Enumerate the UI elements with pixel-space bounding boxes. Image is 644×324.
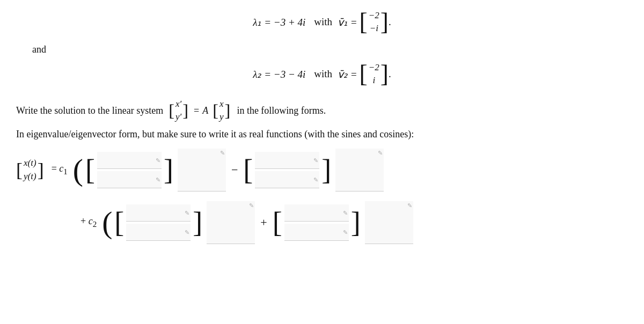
- input-wrap-1-2: ✎: [97, 171, 162, 188]
- scalar-box-wrap-1: ✎: [178, 149, 226, 192]
- scalar-input-2[interactable]: [335, 149, 384, 192]
- eq1-matrix: [ −2 −i ]: [360, 10, 389, 34]
- scalar-box-wrap-2: ✎: [335, 149, 384, 192]
- lhs-bottom: y′: [175, 111, 181, 123]
- lambda1-expr: λ₁ = −3 + 4i: [253, 16, 305, 28]
- lhs-bracket-left: [: [169, 102, 174, 119]
- lhs-xt-col: x(t) y(t): [24, 157, 36, 182]
- lhs-matrix-col: x′ y′: [175, 98, 181, 123]
- eigen-text: In eigenvalue/eigenvector form, but make…: [16, 129, 414, 139]
- eq1-top: −2: [369, 10, 379, 21]
- write-solution-row: Write the solution to the linear system …: [16, 98, 628, 123]
- eigen-text-row: In eigenvalue/eigenvector form, but make…: [16, 129, 628, 140]
- c2-label: + c2: [80, 216, 97, 229]
- rhs-bracket-right: ]: [225, 102, 231, 119]
- input-4-2[interactable]: [284, 224, 349, 241]
- minus-sign-1: −: [231, 163, 238, 177]
- plus-sign-2: +: [260, 216, 267, 230]
- lhs-xt-bracket-right: ]: [38, 160, 44, 180]
- inp-bracket-right-2: ]: [321, 156, 331, 185]
- eq2-bottom: i: [372, 75, 375, 86]
- scalar-input-wrap-4: ✎: [365, 201, 413, 244]
- input-matrix-1: [ ✎ ✎ ]: [85, 152, 173, 188]
- input-wrap-1-1: ✎: [97, 152, 162, 169]
- inp-bracket-right-3: ]: [193, 208, 202, 237]
- input-matrix-4: [ ✎ ✎ ]: [273, 204, 361, 241]
- equation-2: λ₂ = −3 − 4i with v̄₂ = [ −2 i ] .: [16, 62, 628, 86]
- and-label: and: [32, 44, 628, 55]
- lhs-top: x′: [175, 98, 181, 110]
- inp-bracket-left-3: [: [114, 208, 124, 237]
- with-1: with: [314, 16, 332, 28]
- input-wrap-4-1: ✎: [284, 204, 349, 222]
- eq2-matrix: [ −2 i ]: [360, 62, 389, 86]
- page: λ₁ = −3 + 4i with v̄₁ = [ −2 −i ] . and …: [0, 0, 644, 324]
- lhs-bracket-right: ]: [182, 102, 188, 119]
- input-wrap-4-2: ✎: [284, 224, 349, 241]
- inp-bracket-right-4: ]: [351, 208, 361, 237]
- eq2-bracket-right: ]: [380, 62, 389, 86]
- v1-label: v̄₁ =: [338, 16, 357, 28]
- with-2: with: [314, 68, 332, 80]
- write-text: Write the solution to the linear system: [16, 105, 163, 116]
- input-col-3: ✎ ✎: [126, 204, 191, 241]
- equation-1: λ₁ = −3 + 4i with v̄₁ = [ −2 −i ] .: [16, 10, 628, 34]
- inp-bracket-left-1: [: [85, 156, 95, 185]
- input-col-4: ✎ ✎: [284, 204, 349, 241]
- in-following: in the following forms.: [237, 105, 326, 116]
- input-wrap-2-1: ✎: [255, 152, 319, 169]
- inp-bracket-left-4: [: [273, 208, 282, 237]
- eq1-bottom: −i: [370, 23, 378, 34]
- rhs-bracket-left: [: [213, 102, 218, 119]
- input-col-1: ✎ ✎: [97, 152, 162, 188]
- inp-bracket-right-1: ]: [164, 156, 173, 185]
- input-2-2[interactable]: [255, 171, 319, 188]
- lhs-xt-top: x(t): [24, 157, 36, 169]
- eq2-bracket-left: [: [360, 62, 368, 86]
- rhs-bottom: y: [219, 111, 224, 123]
- lambda2-expr: λ₂ = −3 − 4i: [253, 68, 305, 80]
- scalar-input-wrap-3: ✎: [207, 201, 255, 244]
- eq2-matrix-col: −2 i: [369, 62, 379, 86]
- answer-row-1: [ x(t) y(t) ] = c1 ( [ ✎: [16, 149, 628, 192]
- input-wrap-3-1: ✎: [126, 204, 191, 222]
- input-col-2: ✎ ✎: [255, 152, 319, 188]
- scalar-input-1[interactable]: [178, 149, 226, 192]
- rhs-matrix-col: x y: [219, 98, 224, 123]
- lhs-matrix: [ x′ y′ ]: [169, 98, 188, 123]
- input-matrix-3: [ ✎ ✎ ]: [114, 204, 202, 241]
- answer-section: [ x(t) y(t) ] = c1 ( [ ✎: [16, 149, 628, 244]
- input-1-1[interactable]: [97, 152, 162, 169]
- big-paren-left-2: (: [102, 207, 112, 238]
- lhs-xt-bracket-left: [: [16, 160, 23, 180]
- v2-label: v̄₂ =: [338, 68, 357, 80]
- big-paren-left-1: (: [73, 154, 83, 186]
- answer-row-2: + c2 ( [ ✎ ✎ ]: [80, 201, 628, 244]
- scalar-box-wrap-4: ✎: [365, 201, 413, 244]
- input-1-2[interactable]: [97, 171, 162, 188]
- eq1-matrix-col: −2 −i: [369, 10, 379, 34]
- input-wrap-3-2: ✎: [126, 224, 191, 241]
- input-3-2[interactable]: [126, 224, 191, 241]
- input-3-1[interactable]: [126, 204, 191, 222]
- and-text: and: [32, 44, 46, 55]
- lhs-xt-matrix: [ x(t) y(t) ]: [16, 157, 44, 182]
- input-4-1[interactable]: [284, 204, 349, 222]
- input-matrix-2: [ ✎ ✎ ]: [243, 152, 331, 188]
- scalar-box-wrap-3: ✎: [207, 201, 255, 244]
- c1-label: = c1: [52, 163, 68, 176]
- lhs-xt-bottom: y(t): [24, 171, 36, 182]
- scalar-input-wrap-2: ✎: [335, 149, 384, 192]
- input-2-1[interactable]: [255, 152, 319, 169]
- eq2-top: −2: [369, 62, 379, 73]
- scalar-input-3[interactable]: [207, 201, 255, 244]
- input-wrap-2-2: ✎: [255, 171, 319, 188]
- eq1-bracket-left: [: [360, 10, 368, 34]
- scalar-input-wrap-1: ✎: [178, 149, 226, 192]
- rhs-top: x: [219, 98, 224, 110]
- scalar-input-4[interactable]: [365, 201, 413, 244]
- eq1-bracket-right: ]: [380, 10, 389, 34]
- A-label: A: [202, 105, 208, 116]
- equals-sign: =: [194, 105, 199, 116]
- inp-bracket-left-2: [: [243, 156, 253, 185]
